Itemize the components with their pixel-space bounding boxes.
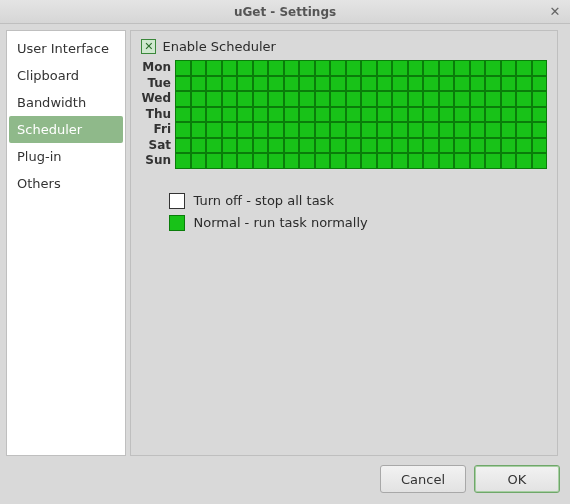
schedule-cell[interactable] xyxy=(501,122,517,138)
schedule-cells[interactable] xyxy=(175,60,547,169)
schedule-cell[interactable] xyxy=(253,122,269,138)
schedule-cell[interactable] xyxy=(206,153,222,169)
schedule-cell[interactable] xyxy=(268,91,284,107)
schedule-cell[interactable] xyxy=(361,138,377,154)
schedule-cell[interactable] xyxy=(516,138,532,154)
schedule-cell[interactable] xyxy=(470,122,486,138)
schedule-cell[interactable] xyxy=(470,60,486,76)
schedule-cell[interactable] xyxy=(191,107,207,123)
schedule-cell[interactable] xyxy=(315,138,331,154)
schedule-cell[interactable] xyxy=(346,76,362,92)
schedule-cell[interactable] xyxy=(315,60,331,76)
schedule-cell[interactable] xyxy=(439,91,455,107)
schedule-cell[interactable] xyxy=(408,60,424,76)
schedule-cell[interactable] xyxy=(377,91,393,107)
schedule-cell[interactable] xyxy=(392,76,408,92)
schedule-cell[interactable] xyxy=(237,91,253,107)
cancel-button[interactable]: Cancel xyxy=(380,465,466,493)
enable-scheduler-checkbox[interactable] xyxy=(141,39,156,54)
schedule-cell[interactable] xyxy=(532,60,548,76)
schedule-cell[interactable] xyxy=(206,138,222,154)
schedule-cell[interactable] xyxy=(501,76,517,92)
sidebar-item-plug-in[interactable]: Plug-in xyxy=(7,143,125,170)
schedule-cell[interactable] xyxy=(361,153,377,169)
schedule-cell[interactable] xyxy=(175,60,191,76)
ok-button[interactable]: OK xyxy=(474,465,560,493)
schedule-cell[interactable] xyxy=(330,107,346,123)
schedule-cell[interactable] xyxy=(253,60,269,76)
schedule-cell[interactable] xyxy=(206,60,222,76)
schedule-cell[interactable] xyxy=(284,153,300,169)
schedule-cell[interactable] xyxy=(392,122,408,138)
schedule-cell[interactable] xyxy=(299,60,315,76)
schedule-cell[interactable] xyxy=(253,91,269,107)
schedule-cell[interactable] xyxy=(501,91,517,107)
sidebar-item-scheduler[interactable]: Scheduler xyxy=(9,116,123,143)
schedule-cell[interactable] xyxy=(532,138,548,154)
schedule-cell[interactable] xyxy=(377,138,393,154)
schedule-cell[interactable] xyxy=(175,122,191,138)
schedule-cell[interactable] xyxy=(222,76,238,92)
schedule-cell[interactable] xyxy=(175,91,191,107)
schedule-cell[interactable] xyxy=(315,107,331,123)
schedule-cell[interactable] xyxy=(377,107,393,123)
schedule-cell[interactable] xyxy=(516,153,532,169)
schedule-cell[interactable] xyxy=(423,153,439,169)
close-icon[interactable]: ✕ xyxy=(546,2,564,20)
schedule-cell[interactable] xyxy=(392,107,408,123)
schedule-cell[interactable] xyxy=(423,138,439,154)
schedule-cell[interactable] xyxy=(532,153,548,169)
schedule-cell[interactable] xyxy=(206,122,222,138)
schedule-cell[interactable] xyxy=(361,76,377,92)
schedule-cell[interactable] xyxy=(237,60,253,76)
schedule-cell[interactable] xyxy=(191,122,207,138)
schedule-cell[interactable] xyxy=(191,153,207,169)
schedule-cell[interactable] xyxy=(330,60,346,76)
schedule-cell[interactable] xyxy=(268,76,284,92)
schedule-cell[interactable] xyxy=(485,91,501,107)
schedule-cell[interactable] xyxy=(361,60,377,76)
schedule-cell[interactable] xyxy=(346,153,362,169)
schedule-cell[interactable] xyxy=(268,153,284,169)
schedule-cell[interactable] xyxy=(454,138,470,154)
schedule-cell[interactable] xyxy=(377,76,393,92)
schedule-cell[interactable] xyxy=(222,153,238,169)
schedule-cell[interactable] xyxy=(346,60,362,76)
schedule-cell[interactable] xyxy=(361,107,377,123)
schedule-cell[interactable] xyxy=(299,153,315,169)
schedule-cell[interactable] xyxy=(346,91,362,107)
schedule-cell[interactable] xyxy=(206,107,222,123)
schedule-cell[interactable] xyxy=(392,138,408,154)
schedule-cell[interactable] xyxy=(423,91,439,107)
schedule-cell[interactable] xyxy=(284,107,300,123)
schedule-cell[interactable] xyxy=(392,91,408,107)
schedule-cell[interactable] xyxy=(191,76,207,92)
schedule-cell[interactable] xyxy=(299,122,315,138)
schedule-cell[interactable] xyxy=(423,107,439,123)
schedule-cell[interactable] xyxy=(206,76,222,92)
schedule-cell[interactable] xyxy=(454,153,470,169)
sidebar-item-others[interactable]: Others xyxy=(7,170,125,197)
schedule-cell[interactable] xyxy=(485,138,501,154)
schedule-cell[interactable] xyxy=(408,107,424,123)
schedule-cell[interactable] xyxy=(423,60,439,76)
schedule-cell[interactable] xyxy=(315,153,331,169)
schedule-cell[interactable] xyxy=(470,76,486,92)
schedule-cell[interactable] xyxy=(454,60,470,76)
schedule-cell[interactable] xyxy=(222,60,238,76)
schedule-cell[interactable] xyxy=(439,60,455,76)
schedule-cell[interactable] xyxy=(253,153,269,169)
schedule-cell[interactable] xyxy=(501,60,517,76)
schedule-cell[interactable] xyxy=(392,60,408,76)
schedule-cell[interactable] xyxy=(516,107,532,123)
schedule-cell[interactable] xyxy=(485,107,501,123)
schedule-cell[interactable] xyxy=(330,76,346,92)
schedule-cell[interactable] xyxy=(532,76,548,92)
schedule-cell[interactable] xyxy=(470,153,486,169)
schedule-cell[interactable] xyxy=(361,122,377,138)
schedule-cell[interactable] xyxy=(485,153,501,169)
schedule-cell[interactable] xyxy=(377,153,393,169)
schedule-cell[interactable] xyxy=(191,138,207,154)
schedule-cell[interactable] xyxy=(237,153,253,169)
schedule-cell[interactable] xyxy=(439,107,455,123)
